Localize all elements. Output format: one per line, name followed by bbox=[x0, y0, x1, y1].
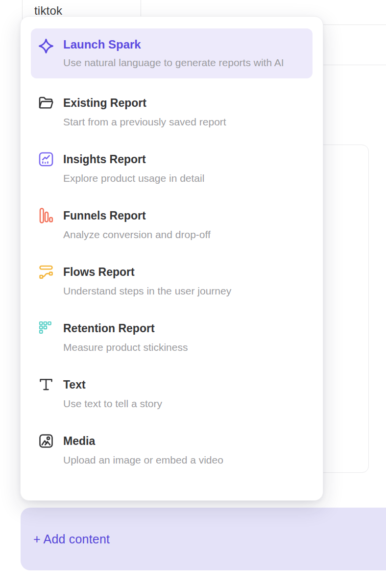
menu-item-description: Measure product stickiness bbox=[63, 340, 188, 355]
add-content-button[interactable]: + Add content bbox=[21, 508, 386, 570]
menu-item-description: Start from a previously saved report bbox=[63, 115, 226, 129]
menu-item-launch-spark[interactable]: Launch Spark Use natural language to gen… bbox=[31, 28, 313, 78]
menu-item-description: Use text to tell a story bbox=[63, 396, 162, 411]
add-content-label: + Add content bbox=[33, 532, 110, 546]
menu-item-existing-report[interactable]: Existing Report Start from a previously … bbox=[37, 94, 323, 129]
menu-item-title: Retention Report bbox=[63, 319, 188, 337]
flows-icon bbox=[37, 263, 55, 281]
menu-item-insights-report[interactable]: Insights Report Explore product usage in… bbox=[37, 150, 323, 186]
menu-item-title: Insights Report bbox=[63, 150, 204, 168]
menu-item-description: Upload an image or embed a video bbox=[63, 453, 223, 467]
retention-grid-icon bbox=[37, 319, 55, 337]
media-image-icon bbox=[37, 432, 55, 450]
menu-item-title: Launch Spark bbox=[63, 37, 284, 52]
menu-item-description: Analyze conversion and drop-off bbox=[63, 227, 211, 242]
menu-item-title: Flows Report bbox=[63, 263, 231, 281]
menu-item-flows-report[interactable]: Flows Report Understand steps in the use… bbox=[37, 263, 323, 298]
menu-item-title: Funnels Report bbox=[63, 207, 211, 224]
sparkle-icon bbox=[37, 37, 55, 55]
menu-item-description: Explore product usage in detail bbox=[63, 171, 204, 186]
funnel-bars-icon bbox=[37, 207, 55, 224]
menu-item-title: Existing Report bbox=[63, 94, 226, 112]
background-row-divider-bottom bbox=[319, 65, 386, 65]
background-row-divider-top bbox=[319, 24, 386, 25]
menu-item-title: Media bbox=[63, 432, 223, 450]
insights-chart-icon bbox=[37, 150, 55, 168]
menu-item-text[interactable]: Text Use text to tell a story bbox=[37, 376, 323, 411]
menu-item-media[interactable]: Media Upload an image or embed a video bbox=[37, 432, 323, 467]
menu-item-list: Existing Report Start from a previously … bbox=[21, 94, 323, 467]
menu-item-funnels-report[interactable]: Funnels Report Analyze conversion and dr… bbox=[37, 207, 323, 242]
background-table-border-left bbox=[22, 0, 23, 20]
menu-item-description: Use natural language to generate reports… bbox=[63, 55, 284, 71]
featured-icon-box bbox=[37, 37, 55, 55]
text-icon bbox=[37, 376, 55, 393]
menu-item-title: Text bbox=[63, 376, 162, 393]
menu-item-retention-report[interactable]: Retention Report Measure product stickin… bbox=[37, 319, 323, 355]
menu-item-description: Understand steps in the user journey bbox=[63, 284, 231, 298]
folder-open-icon bbox=[37, 94, 55, 112]
add-content-menu: Launch Spark Use natural language to gen… bbox=[20, 16, 323, 501]
background-cell-text: tiktok bbox=[34, 4, 62, 18]
